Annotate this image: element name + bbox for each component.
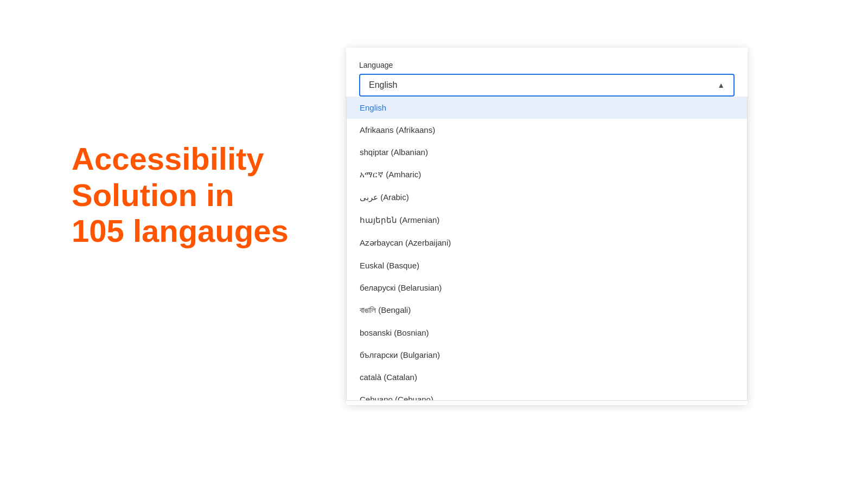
dropdown-item-bulgarian[interactable]: български (Bulgarian) bbox=[347, 344, 747, 366]
dropdown-item-amharic[interactable]: አማርኛ (Amharic) bbox=[347, 163, 747, 186]
panel-bottom bbox=[359, 401, 735, 405]
dropdown-item-afrikaans[interactable]: Afrikaans (Afrikaans) bbox=[347, 119, 747, 141]
selected-language-text: English bbox=[369, 80, 397, 90]
dropdown-item-azerbaijani[interactable]: Azərbaycan (Azerbaijani) bbox=[347, 232, 747, 254]
dropdown-item-english[interactable]: English bbox=[347, 97, 747, 119]
dropdown-item-armenian[interactable]: հայերեն (Armenian) bbox=[347, 209, 747, 232]
dropdown-item-basque[interactable]: Euskal (Basque) bbox=[347, 254, 747, 277]
language-panel: Language English ▲ EnglishAfrikaans (Afr… bbox=[346, 48, 748, 405]
dropdown-item-cebuano[interactable]: Cebuano (Cebuano) bbox=[347, 388, 747, 400]
language-select-box[interactable]: English ▲ bbox=[359, 74, 735, 97]
dropdown-item-catalan[interactable]: català (Catalan) bbox=[347, 366, 747, 388]
hero-line1: Accessibility bbox=[72, 141, 264, 176]
dropdown-item-arabic[interactable]: عربى (Arabic) bbox=[347, 186, 747, 209]
dropdown-item-albanian[interactable]: shqiptar (Albanian) bbox=[347, 141, 747, 163]
dropdown-item-belarusian[interactable]: беларускі (Belarusian) bbox=[347, 277, 747, 299]
hero-text: Accessibility Solution in 105 langauges bbox=[72, 141, 299, 249]
dropdown-list-wrapper: EnglishAfrikaans (Afrikaans)shqiptar (Al… bbox=[346, 97, 748, 401]
language-label: Language bbox=[359, 61, 735, 69]
hero-line3: 105 langauges bbox=[72, 213, 289, 248]
dropdown-item-bengali[interactable]: বাঙালি (Bengali) bbox=[347, 299, 747, 322]
hero-section: Accessibility Solution in 105 langauges bbox=[72, 141, 299, 249]
hero-line2: Solution in bbox=[72, 177, 234, 213]
dropdown-item-bosnian[interactable]: bosanski (Bosnian) bbox=[347, 322, 747, 344]
chevron-up-icon: ▲ bbox=[717, 81, 725, 89]
dropdown-list[interactable]: EnglishAfrikaans (Afrikaans)shqiptar (Al… bbox=[347, 97, 747, 400]
